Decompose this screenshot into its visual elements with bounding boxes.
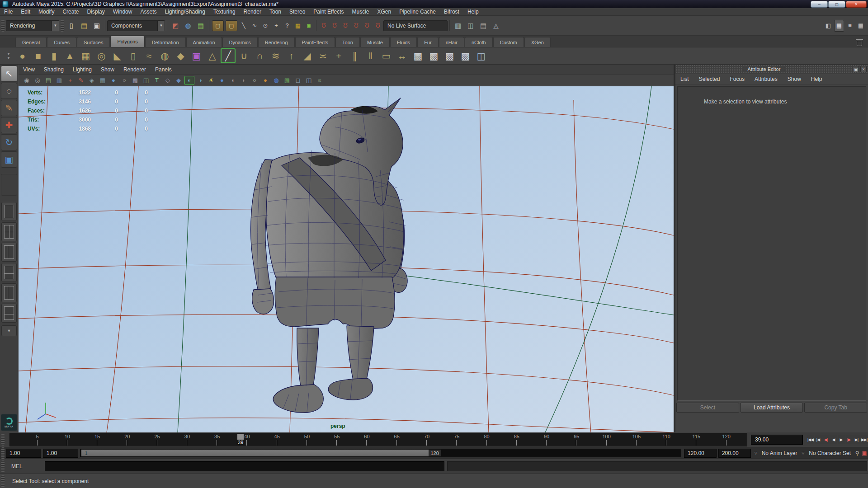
attribute-editor-menu-item[interactable]: Show [783, 76, 806, 82]
anim-layer-selector[interactable]: No Anim Layer [759, 450, 800, 456]
shelf-tab[interactable]: nHair [439, 37, 464, 47]
menu-item[interactable]: Toon [265, 9, 285, 15]
shelf-tab[interactable]: Polygons [110, 36, 144, 47]
save-scene-icon[interactable]: ▣ [91, 20, 103, 32]
line-tool-icon[interactable]: ╲ [239, 20, 249, 32]
select-object-icon[interactable]: ◍ [182, 20, 194, 32]
append-polygon-icon[interactable]: + [331, 48, 346, 63]
live-surface-field[interactable]: No Live Surface [383, 20, 448, 31]
menu-item[interactable]: Modify [34, 9, 58, 15]
poly-cone-icon[interactable]: ▲ [62, 48, 77, 63]
animation-start-field[interactable]: 1.00 [6, 449, 41, 458]
animation-end-field[interactable]: 200.00 [718, 449, 751, 458]
quad-draw-icon[interactable]: ▭ [379, 48, 394, 63]
select-component-icon[interactable]: ▦ [195, 20, 207, 32]
step-back-frame-button[interactable]: ◀| [822, 435, 830, 444]
paint-effects-globals-icon[interactable]: ◬ [490, 20, 502, 32]
resolution-gate-icon[interactable]: ● [108, 76, 118, 85]
grease-pencil-icon[interactable]: ✎ [76, 76, 86, 85]
poly-helix-icon[interactable]: ≈ [142, 48, 156, 63]
copy-tab-button[interactable]: Copy Tab [804, 403, 867, 413]
step-back-key-button[interactable]: |◀ [815, 435, 822, 444]
layout-persp-graph-button[interactable] [1, 263, 17, 282]
menu-item[interactable]: Lighting/Shading [160, 9, 209, 15]
shelf-tab[interactable]: XGen [524, 37, 551, 47]
xray-icon[interactable]: ◻ [293, 76, 303, 85]
panel-grip[interactable] [61, 20, 64, 32]
poly-pipe-icon[interactable]: ▯ [126, 48, 141, 63]
gate-mask-icon[interactable]: ○ [119, 76, 129, 85]
uv-spherical-icon[interactable]: ▩ [442, 48, 457, 63]
close-button[interactable]: × [846, 1, 867, 8]
panel-grip[interactable] [1, 460, 5, 472]
panel-menu-item[interactable]: Shading [39, 66, 68, 73]
insert-edge-loop-icon[interactable]: ∥ [347, 48, 362, 63]
attribute-editor-titlebar[interactable]: Attribute Editor ▣ × [675, 65, 868, 74]
panel-menu-item[interactable]: Show [96, 66, 119, 73]
title-bar[interactable]: Autodesk Maya 2015: G:\Projects\3D Graph… [0, 0, 868, 8]
channel-box-toggle-icon[interactable]: ▦ [856, 20, 866, 32]
timeline-ticks[interactable]: 5101520253035404550556065707580859095100… [9, 433, 747, 446]
shelf-tab[interactable]: Fur [417, 37, 439, 47]
play-backwards-button[interactable]: ◀ [830, 435, 837, 444]
tool-settings-toggle-icon[interactable]: ≡ [845, 20, 855, 32]
multi-cut-tool-icon[interactable]: ╱ [221, 48, 236, 63]
playback-range-track[interactable]: 1 120 [80, 449, 681, 457]
new-scene-icon[interactable]: ▯ [66, 20, 77, 32]
load-attributes-button[interactable]: Load Attributes [741, 403, 803, 413]
safe-title-icon[interactable]: T [152, 76, 162, 85]
snap-to-view-plane-icon[interactable]: Ω [362, 20, 372, 32]
dof-icon[interactable]: ◍ [271, 76, 281, 85]
character-set-selector[interactable]: No Character Set [806, 450, 854, 456]
xray-joints-icon[interactable]: ◫ [304, 76, 314, 85]
chevron-down-icon[interactable]: ▽ [753, 451, 759, 455]
menu-item[interactable]: Muscle [348, 9, 373, 15]
playback-range-bar[interactable]: 1 120 [81, 450, 441, 456]
playback-start-field[interactable]: 1.00 [43, 449, 78, 458]
uv-planar-icon[interactable]: ▩ [410, 48, 425, 63]
snap-to-curve-icon[interactable]: Ω [330, 20, 340, 32]
attribute-editor-menu-item[interactable]: Selected [694, 76, 725, 82]
select-button[interactable]: Select [676, 403, 739, 413]
poly-soccer-ball-icon[interactable]: ◍ [157, 48, 172, 63]
menu-item[interactable]: Bifrost [440, 9, 463, 15]
make-live-icon[interactable]: Ω [373, 20, 383, 32]
paint-select-tool[interactable]: ✎ [1, 100, 17, 116]
menu-item[interactable]: Edit [17, 9, 34, 15]
poly-torus-icon[interactable]: ◎ [94, 48, 109, 63]
panel-grip[interactable] [1, 475, 5, 487]
shadows-icon[interactable]: ● [217, 76, 227, 85]
menu-item[interactable]: Create [58, 9, 83, 15]
shelf-tab[interactable]: Rendering [258, 37, 295, 47]
panel-menu-item[interactable]: Lighting [68, 66, 96, 73]
plugin-shading-icon[interactable]: ∝ [315, 76, 325, 85]
lock-selection-icon[interactable]: ▩ [293, 20, 303, 32]
minimize-button[interactable]: – [811, 1, 828, 8]
textured-shaded-icon[interactable]: ◑ [195, 76, 205, 85]
play-forwards-button[interactable]: ▶ [838, 435, 845, 444]
bridge-icon[interactable]: ≍ [316, 48, 330, 63]
super-shape-icon[interactable]: ▣ [189, 48, 204, 63]
cross-hair-icon[interactable]: + [271, 20, 281, 32]
shelf-tab[interactable]: PaintEffects [295, 37, 335, 47]
offset-edge-loop-icon[interactable]: ‖ [363, 48, 378, 63]
smooth-icon[interactable]: ≋ [268, 48, 283, 63]
playback-end-field[interactable]: 120.00 [684, 449, 717, 458]
poly-cube-icon[interactable]: ■ [31, 48, 46, 63]
attribute-editor-menu-item[interactable]: Focus [725, 76, 750, 82]
panel-grip[interactable] [1, 434, 5, 446]
modeling-toolkit-icon[interactable]: ◧ [823, 20, 833, 32]
screen-space-ao-icon[interactable]: ◖ [228, 76, 238, 85]
current-time-field[interactable]: 39.00 [751, 435, 803, 445]
extrude-icon[interactable]: ↑ [284, 48, 299, 63]
mirror-geometry-icon[interactable]: ↔ [395, 48, 410, 63]
open-scene-icon[interactable]: ▤ [78, 20, 90, 32]
poly-sphere-icon[interactable]: ● [15, 48, 30, 63]
menu-item[interactable]: Help [463, 9, 483, 15]
uv-automatic-icon[interactable]: ▩ [458, 48, 473, 63]
sculpt-tool-icon[interactable]: △ [205, 48, 220, 63]
wireframe-icon[interactable]: ◇ [163, 76, 173, 85]
lasso-select-tool[interactable]: ◌ [1, 83, 17, 99]
shelf-tab[interactable]: Toon [335, 37, 360, 47]
last-tool-slot[interactable] [1, 174, 17, 196]
